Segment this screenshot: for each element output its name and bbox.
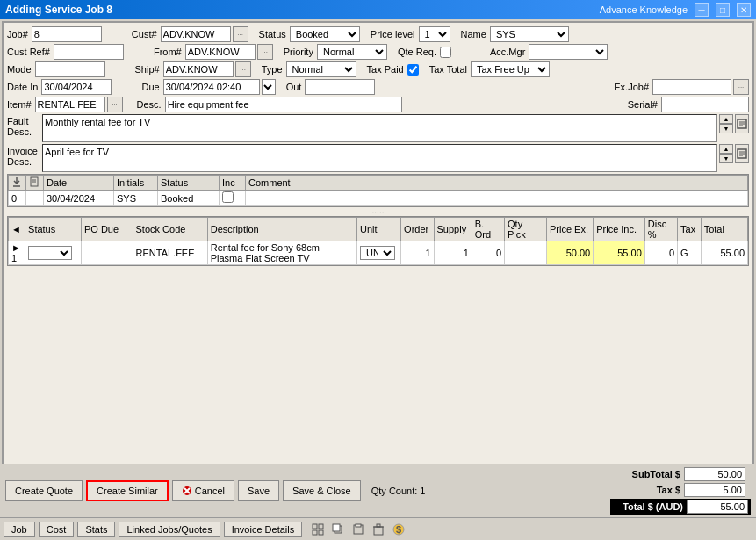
parts-price-inc: 55.00 (594, 241, 645, 265)
item-input[interactable] (35, 97, 105, 112)
parts-po-due (81, 241, 133, 265)
grand-total-value: 55.00 (687, 500, 748, 514)
serial-input[interactable] (661, 97, 749, 112)
parts-th-b-ord: B. Ord (472, 218, 504, 241)
priority-select[interactable]: Normal (317, 44, 387, 60)
create-quote-button[interactable]: Create Quote (5, 480, 83, 501)
company-name: Advance Knowledge (600, 4, 688, 15)
notes-col0: 0 (9, 191, 26, 206)
status-select[interactable]: Booked (290, 26, 360, 42)
parts-th-tax: Tax (678, 218, 702, 241)
parts-unit-select[interactable]: UNIT (360, 246, 395, 260)
maximize-button[interactable]: □ (716, 3, 730, 17)
minimize-button[interactable]: ─ (695, 3, 709, 17)
parts-b-ord: 0 (472, 241, 504, 265)
tab-stats[interactable]: Stats (77, 522, 115, 537)
parts-status (25, 241, 82, 265)
svg-rect-16 (319, 524, 323, 529)
tab-invoice-details[interactable]: Invoice Details (224, 522, 303, 537)
price-level-select[interactable]: 1 (419, 26, 450, 42)
name-select[interactable]: SYS (490, 26, 569, 42)
save-close-button[interactable]: Save & Close (283, 480, 361, 501)
subtotal-label: SubTotal $ (610, 469, 680, 479)
acc-mgr-label: Acc.Mgr (490, 47, 527, 57)
dollar-icon-button[interactable]: $ (390, 521, 407, 538)
parts-supply: 1 (434, 241, 472, 265)
date-in-input[interactable] (41, 79, 112, 95)
parts-th-total: Total (701, 218, 747, 241)
fault-desc-textarea[interactable]: Monthly rental fee for TV (42, 114, 717, 142)
tax-total-select[interactable]: Tax Free Up (471, 61, 550, 77)
desc-input[interactable] (165, 97, 402, 112)
subtotal-value: 50.00 (684, 467, 745, 481)
job-input[interactable] (32, 26, 102, 42)
item-dots-button[interactable]: ··· (107, 97, 123, 112)
invoice-scroll-up[interactable]: ▲ (719, 144, 733, 154)
svg-rect-23 (374, 527, 383, 535)
cancel-icon (182, 486, 192, 496)
fault-scroll-down[interactable]: ▼ (719, 124, 733, 133)
cust-input[interactable] (161, 26, 231, 42)
parts-th-unit: Unit (357, 218, 401, 241)
qte-req-checkbox[interactable] (440, 47, 451, 58)
close-button[interactable]: ✕ (737, 3, 751, 17)
fault-scroll-up[interactable]: ▲ (719, 114, 733, 124)
title-bar-controls: Advance Knowledge ─ □ ✕ (600, 3, 751, 17)
ex-job-dots-button[interactable]: ··· (733, 79, 749, 95)
cust-ref-input[interactable] (54, 44, 124, 60)
parts-th-price-inc: Price Inc. (594, 218, 645, 241)
copy-icon-button[interactable] (329, 521, 347, 538)
due-input[interactable] (163, 79, 260, 95)
cust-dots-button[interactable]: ··· (233, 26, 248, 42)
acc-mgr-select[interactable] (529, 44, 608, 60)
th-comment: Comment (246, 176, 748, 191)
due-dropdown[interactable] (262, 79, 276, 95)
name-label: Name (461, 29, 488, 40)
status-label: Status (259, 29, 288, 40)
ship-input[interactable] (163, 61, 234, 77)
tab-icons: $ (309, 521, 407, 538)
fault-desc-label: FaultDesc. (7, 114, 42, 137)
parts-status-select[interactable] (28, 246, 72, 260)
create-similar-button[interactable]: Create Similar (86, 480, 169, 501)
delete-icon-button[interactable] (370, 521, 387, 538)
form-row-1: Job# Cust# ··· Status Booked Price level… (7, 26, 749, 42)
tax-paid-checkbox[interactable] (407, 64, 419, 76)
tax-row: Tax $ 5.00 (610, 483, 751, 497)
mode-input[interactable] (35, 61, 105, 77)
ship-dots-button[interactable]: ··· (235, 61, 251, 77)
ex-job-input[interactable] (652, 79, 731, 95)
svg-rect-22 (356, 524, 361, 527)
form-row-2: Cust Ref# From# ··· Priority Normal Qte … (7, 44, 749, 60)
fault-icon-button[interactable] (735, 114, 749, 133)
col-attach (9, 176, 26, 191)
invoice-icon-button[interactable] (735, 144, 749, 163)
tab-cost[interactable]: Cost (39, 522, 75, 537)
tax-label: Tax $ (610, 485, 680, 495)
parts-th-supply: Supply (434, 218, 472, 241)
grid-divider[interactable]: ····· (7, 209, 749, 216)
out-input[interactable] (305, 79, 375, 95)
from-dots-button[interactable]: ··· (257, 44, 273, 60)
invoice-desc-label: InvoiceDesc. (7, 144, 42, 167)
notes-comment (246, 191, 748, 206)
svg-rect-17 (313, 530, 317, 535)
tab-linked-jobs-quotes[interactable]: Linked Jobs/Quotes (119, 522, 220, 537)
type-select[interactable]: Normal (286, 61, 356, 77)
parts-qty-pick (505, 241, 547, 265)
tax-paid-label: Tax Paid (367, 64, 406, 75)
paste-icon-button[interactable] (349, 521, 367, 538)
parts-th-description: Description (207, 218, 356, 241)
totals-section: SubTotal $ 50.00 Tax $ 5.00 Total $ (AUD… (610, 467, 751, 515)
from-input[interactable] (185, 44, 256, 60)
save-button[interactable]: Save (238, 480, 279, 501)
qte-req-label: Qte Req. (398, 47, 438, 57)
grid-icon-button[interactable] (309, 521, 327, 538)
item-label: Item# (7, 99, 33, 110)
grand-total-row: Total $ (AUD) 55.00 (610, 499, 751, 515)
invoice-scroll-down[interactable]: ▼ (719, 154, 733, 163)
invoice-desc-textarea[interactable]: April fee for TV (42, 144, 717, 172)
tax-value: 5.00 (684, 483, 745, 497)
cancel-button[interactable]: Cancel (172, 480, 234, 501)
tab-job[interactable]: Job (4, 522, 35, 537)
